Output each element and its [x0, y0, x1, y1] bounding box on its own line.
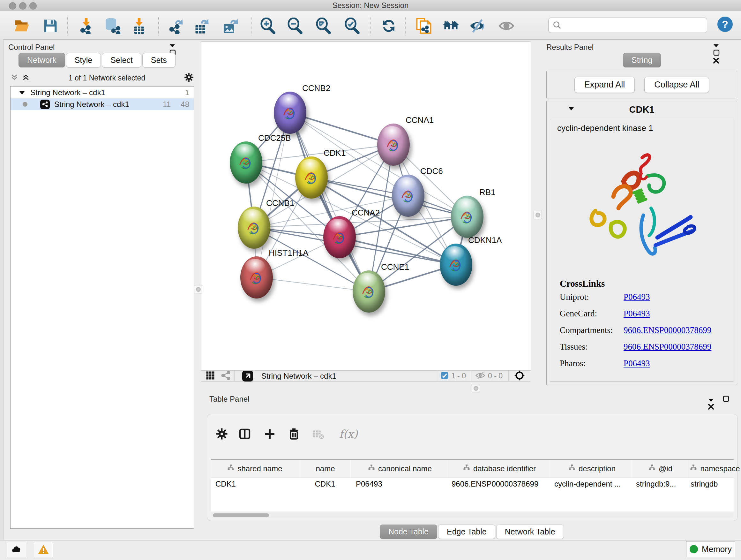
refresh-icon[interactable]: [380, 17, 398, 35]
table-cell[interactable]: stringdb: [686, 478, 740, 491]
expand-all-button[interactable]: Expand All: [575, 77, 635, 93]
network-node-CDC6[interactable]: [392, 175, 424, 217]
hidden-eye-icon[interactable]: [475, 370, 485, 382]
crosslink-link[interactable]: P06493: [623, 309, 650, 319]
column-header-name[interactable]: name: [299, 460, 352, 478]
cloud-status-icon[interactable]: [7, 542, 26, 557]
search-input[interactable]: [564, 18, 707, 32]
save-session-icon[interactable]: [42, 17, 59, 35]
table-cell[interactable]: CDK1: [299, 478, 351, 491]
node-label-CCNA2: CCNA2: [352, 208, 380, 218]
birds-eye-grid-icon[interactable]: [205, 371, 215, 381]
network-node-CCNB2[interactable]: [274, 91, 307, 134]
panel-menu-icon[interactable]: [169, 44, 176, 49]
expand-all-tree-icon[interactable]: [22, 73, 30, 83]
close-panel-icon[interactable]: [708, 403, 714, 411]
warning-icon[interactable]: [34, 542, 53, 557]
network-node-CCNA2[interactable]: [323, 216, 356, 258]
tab-string[interactable]: String: [623, 53, 661, 67]
network-node-CDK1[interactable]: [295, 157, 328, 199]
show-all-icon[interactable]: [497, 17, 515, 35]
float-panel-icon[interactable]: [713, 49, 720, 57]
network-canvas[interactable]: CCNB2CCNA1CDC25BCDK1CDC6RB1CCNB1CCNA2CDK…: [201, 42, 531, 371]
crosslink-link[interactable]: P06493: [623, 292, 650, 302]
network-node-CDC25B[interactable]: [230, 141, 262, 184]
network-node-CCNA1[interactable]: [377, 124, 410, 166]
network-node-CDKN1A[interactable]: [440, 244, 472, 286]
node-label-CDK1: CDK1: [324, 148, 346, 158]
collection-expand-icon[interactable]: [19, 88, 25, 97]
crosslink-link[interactable]: P06493: [623, 359, 650, 368]
home-icon[interactable]: [442, 17, 460, 35]
panel-menu-icon[interactable]: [708, 398, 714, 403]
open-in-window-icon[interactable]: [242, 371, 253, 381]
create-column-icon[interactable]: [261, 426, 278, 442]
zoom-selected-icon[interactable]: [343, 17, 361, 35]
table-horizontal-scrollbar[interactable]: [211, 512, 734, 518]
node-label-HIST1H1A: HIST1H1A: [269, 248, 308, 258]
hide-selected-icon[interactable]: [468, 17, 486, 35]
column-header-canonical-name[interactable]: canonical name: [352, 460, 448, 478]
help-icon[interactable]: ?: [718, 17, 733, 32]
column-header-database-identifier[interactable]: database identifier: [448, 460, 551, 478]
function-builder-icon[interactable]: f(x): [334, 426, 363, 442]
selected-checkbox[interactable]: [441, 371, 449, 381]
network-options-gear-icon[interactable]: [184, 72, 194, 84]
tab-edge-table[interactable]: Edge Table: [438, 524, 495, 539]
export-network-icon[interactable]: [167, 17, 185, 35]
west-splitter-handle[interactable]: [194, 285, 202, 294]
delete-table-icon[interactable]: [310, 426, 327, 442]
east-splitter-handle[interactable]: [534, 211, 542, 219]
memory-button[interactable]: Memory: [686, 541, 735, 557]
network-row-selected[interactable]: String Network – cdk1 11 48: [10, 98, 194, 110]
network-node-CCNB1[interactable]: [238, 206, 270, 249]
column-header-description[interactable]: description: [551, 460, 633, 478]
scrollbar-thumb[interactable]: [213, 513, 269, 517]
column-header-namespace[interactable]: namespace: [688, 460, 741, 478]
network-node-CCNE1[interactable]: [353, 270, 385, 313]
network-collection-row[interactable]: String Network – cdk1 1: [10, 86, 194, 98]
network-node-RB1[interactable]: [451, 196, 483, 238]
open-file-icon[interactable]: [13, 17, 31, 35]
export-table-icon[interactable]: [193, 17, 211, 35]
tab-style[interactable]: Style: [66, 53, 101, 67]
panel-menu-icon[interactable]: [713, 44, 719, 49]
search-box[interactable]: [548, 17, 707, 33]
crosslink-link[interactable]: 9606.ENSP00000378699: [623, 325, 711, 335]
show-columns-icon[interactable]: [237, 426, 253, 442]
delete-column-icon[interactable]: [286, 426, 302, 442]
table-panel-title: Table Panel: [209, 395, 249, 403]
node-table-grid: shared namenamecanonical namedatabase id…: [211, 459, 734, 511]
zoom-fit-icon[interactable]: [314, 17, 332, 35]
float-panel-icon[interactable]: [723, 395, 730, 403]
fit-selected-crosshair-icon[interactable]: [514, 370, 525, 382]
table-cell[interactable]: 9606.ENSP00000378699: [447, 478, 550, 491]
zoom-in-icon[interactable]: [259, 17, 277, 35]
tab-select[interactable]: Select: [102, 53, 141, 67]
table-cell[interactable]: CDK1: [211, 478, 299, 491]
collapse-all-tree-icon[interactable]: [10, 73, 18, 83]
column-header-shared-name[interactable]: shared name: [211, 460, 299, 478]
network-node-HIST1H1A[interactable]: [240, 256, 273, 299]
close-panel-icon[interactable]: [713, 57, 719, 65]
import-network-from-database-icon[interactable]: [104, 17, 121, 35]
clone-network-icon[interactable]: [415, 17, 433, 35]
tab-node-table[interactable]: Node Table: [380, 524, 437, 539]
table-cell[interactable]: cyclin-dependent ...: [550, 478, 631, 491]
export-image-icon[interactable]: [221, 17, 239, 35]
tab-network[interactable]: Network: [18, 53, 65, 67]
table-cell[interactable]: P06493: [351, 478, 447, 491]
table-cell[interactable]: stringdb:9...: [631, 478, 686, 491]
import-network-icon[interactable]: [77, 17, 95, 35]
table-row[interactable]: CDK1CDK1P064939606.ENSP00000378699cyclin…: [211, 478, 734, 491]
zoom-out-icon[interactable]: [286, 17, 304, 35]
table-gear-icon[interactable]: [213, 426, 230, 442]
tab-network-table[interactable]: Network Table: [496, 524, 564, 539]
column-header-@id[interactable]: @id: [633, 460, 688, 478]
import-table-icon[interactable]: [130, 17, 148, 35]
toolbar-separator: [67, 16, 68, 36]
crosslink-link[interactable]: 9606.ENSP00000378699: [623, 342, 711, 352]
network-share-icon[interactable]: [221, 370, 231, 382]
tab-sets[interactable]: Sets: [142, 53, 176, 67]
collapse-all-button[interactable]: Collapse All: [644, 77, 709, 93]
